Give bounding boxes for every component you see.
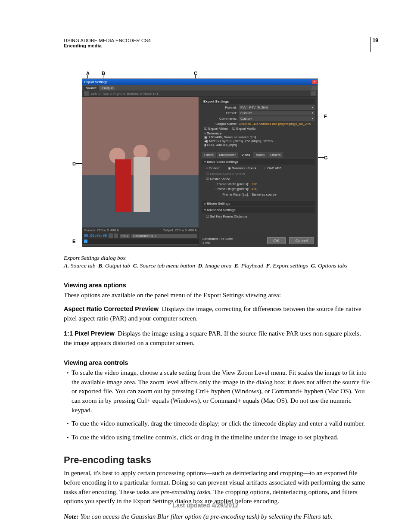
pre-encoding-tasks-heading: Pre-encoding tasks (64, 454, 371, 466)
legend-key-B: B (98, 262, 102, 269)
keyframe-distance-checkbox[interactable]: Set Key Frame Distance (210, 215, 247, 218)
zoom-level-select[interactable]: Fit (120, 234, 130, 238)
figure-caption: Export Settings dialog box A. Source tab… (64, 254, 371, 270)
frame-width-value[interactable]: 720 (252, 182, 257, 186)
pre-encoding-body: In general, it's best to apply certain p… (64, 468, 371, 505)
source-dimensions: Source: 720 w X 480 h (84, 228, 119, 232)
header-divider (370, 37, 371, 52)
tab-source[interactable]: Source (83, 86, 99, 90)
close-icon[interactable]: × (312, 80, 317, 84)
export-settings-header: Export Settings (202, 99, 315, 104)
note-body: You can access the Gaussian Blur filter … (80, 513, 332, 520)
legend-key-A: A (64, 262, 68, 269)
estimated-size-label: Estimated File Size: (202, 237, 233, 241)
dialog-titlebar[interactable]: Export Settings × (82, 79, 318, 85)
frame-width-label: Frame Width [pixels]: (206, 182, 249, 186)
summary-toggle[interactable]: Summary (204, 131, 315, 135)
viewing-area-controls-heading: Viewing area controls (64, 359, 371, 366)
tab-audio[interactable]: Audio (253, 152, 267, 158)
options-tabs: Filters Multiplexer Video Audio Others (202, 152, 315, 158)
tab-video[interactable]: Video (239, 152, 252, 158)
sequence-select[interactable]: Sequence 01 (131, 234, 197, 238)
page-footer: Last updated 4/29/2012 (0, 502, 411, 509)
legend-val-D: Image area (205, 262, 231, 269)
summary-line-video: ▣ 720x480, Same as source [fps] (204, 135, 315, 139)
output-name-label: Output Name: (210, 122, 237, 126)
pixel-preview-paragraph: 1:1 Pixel Preview Displays the image usi… (64, 329, 371, 347)
crop-apply-icon[interactable] (311, 91, 316, 96)
crop-preset[interactable]: None 1×1 (143, 92, 159, 96)
page-number: 19 (373, 37, 378, 44)
timecode-display[interactable]: 00;00;00;00 (84, 234, 107, 238)
panel-menu-icon[interactable] (311, 86, 317, 90)
export-video-checkbox[interactable]: Export Video (204, 127, 228, 131)
comments-input[interactable]: Custom (239, 116, 315, 121)
format-label: Format: (210, 106, 237, 109)
tab-output[interactable]: Output (100, 86, 115, 90)
summary-line-audio: ◀) MPEG Layer III (MP3), 256 [kbps], Ste… (204, 139, 315, 143)
crop-bottom: Bottom: 0 (127, 92, 142, 96)
export-settings-dialog: Export Settings × Source Output Left: 0 … (82, 78, 318, 247)
encode-alpha-checkbox: Encode Alpha Channel (210, 172, 245, 176)
summary-line-bitrate: ▮ CBR, 400.00 [kbps] (204, 143, 315, 147)
preset-select[interactable]: Custom (239, 111, 315, 115)
step-back-icon[interactable] (109, 233, 113, 238)
legend-key-D: D (198, 262, 202, 269)
bitrate-settings-header[interactable]: Bitrate Settings (202, 201, 315, 206)
tab-others[interactable]: Others (268, 152, 283, 158)
callout-E: E (72, 239, 75, 244)
playhead-icon[interactable] (84, 240, 87, 243)
export-settings-figure: A B C D E F G Export Settings (72, 71, 322, 252)
tab-multiplexer[interactable]: Multiplexer (217, 152, 239, 158)
legend-val-G: Options tabs (318, 262, 348, 269)
crop-right: Right: 0 (113, 92, 125, 96)
frame-height-value[interactable]: 480 (252, 187, 257, 191)
codec-label: Codec: (206, 166, 220, 170)
list-item: To scale the video image, choose a scale… (72, 368, 371, 414)
codec-on2-radio[interactable]: On2 VP6 (265, 166, 282, 170)
legend-key-E: E (234, 262, 238, 269)
list-item: To cue the video using timeline controls… (72, 432, 371, 442)
running-head-line1: USING ADOBE MEDIA ENCODER CS4 (64, 38, 376, 43)
preset-label: Preset: (210, 111, 237, 115)
pre-encoding-note: Note: You can access the Gaussian Blur f… (64, 512, 371, 521)
export-audio-checkbox[interactable]: Export Audio (232, 127, 256, 131)
legend-val-E: Playhead (241, 262, 263, 269)
legend-val-C: Source tab menu button (140, 262, 195, 269)
viewing-area-options-intro: These options are available on the panel… (64, 290, 371, 300)
comments-label: Comments: (210, 117, 237, 121)
format-select[interactable]: FLV | F4V (H.264) (239, 105, 315, 110)
output-name-link[interactable]: C:\Docu...ius vertikas arc project\prtge… (239, 122, 311, 126)
frame-rate-label: Frame Rate [fps]: (206, 193, 249, 196)
crop-icon[interactable] (84, 91, 89, 96)
legend-val-A: Source tab (71, 262, 96, 269)
callout-D: D (72, 161, 76, 166)
cancel-button[interactable]: Cancel (289, 237, 314, 244)
legend-key-F: F (266, 262, 270, 269)
basic-video-settings-header[interactable]: Basic Video Settings (202, 159, 315, 165)
pre-body-italic: pre-encoding tasks. (161, 488, 212, 495)
running-head-line2: Encoding media (64, 43, 376, 48)
aspect-ratio-term: Aspect Ratio Corrected Preview (64, 305, 159, 312)
figure-caption-title: Export Settings dialog box (64, 254, 371, 262)
legend-key-G: G (311, 262, 315, 269)
legend-val-F: Export settings (273, 262, 308, 269)
preview-image-area[interactable] (82, 97, 199, 227)
tab-filters[interactable]: Filters (202, 152, 216, 158)
viewing-area-options-heading: Viewing area options (64, 282, 371, 289)
resize-video-checkbox[interactable]: Resize Video (210, 177, 230, 181)
dialog-title: Export Settings (84, 80, 107, 84)
step-fwd-icon[interactable] (114, 233, 118, 238)
ok-button[interactable]: OK (267, 237, 286, 244)
codec-sorenson-radio[interactable]: Sorenson Spark (228, 166, 257, 170)
crop-top: Top: 0 (102, 92, 112, 96)
advanced-settings-header[interactable]: Advanced Settings (202, 207, 315, 213)
aspect-ratio-paragraph: Aspect Ratio Corrected Preview Displays … (64, 304, 371, 323)
callout-G: G (324, 155, 328, 160)
frame-height-label: Frame Height [pixels]: (206, 187, 249, 191)
list-item: To cue the video numerically, drag the t… (72, 419, 371, 428)
timeline[interactable] (82, 239, 199, 247)
pixel-preview-term: 1:1 Pixel Preview (64, 330, 115, 337)
frame-rate-select[interactable]: Same as source (252, 193, 311, 196)
viewing-area-controls-list: To scale the video image, choose a scale… (64, 368, 371, 442)
